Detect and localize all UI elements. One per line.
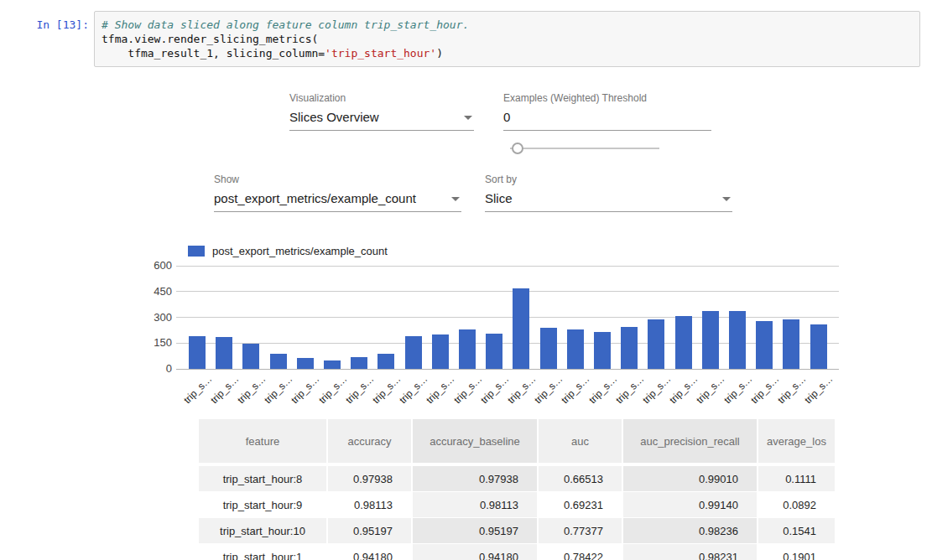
code-line: tfma.view.render_slicing_metrics( (102, 33, 318, 45)
code-comment: # Show data sliced along feature column … (102, 18, 469, 31)
cell-prompt: In [13]: (12, 11, 94, 67)
chevron-down-icon (451, 197, 460, 201)
threshold-input[interactable]: Examples (Weighted) Threshold 0 (503, 92, 711, 131)
feature-cell: trip_start_hour:8 (199, 464, 327, 492)
bar-20[interactable] (729, 311, 746, 369)
show-metric-dropdown[interactable]: Show post_export_metrics/example_count (214, 174, 461, 212)
column-header-auc[interactable]: auc (538, 419, 622, 464)
feature-cell: trip_start_hour:10 (199, 518, 327, 544)
bar-10[interactable] (459, 329, 476, 369)
table-row: trip_start_hour:80.979380.979380.665130.… (199, 464, 835, 492)
bar-8[interactable] (405, 336, 422, 369)
notebook-page: In [13]: # Show data sliced along featur… (0, 0, 932, 560)
y-axis: 0150300450600 (138, 243, 172, 411)
code-line: ) (436, 47, 443, 60)
bar-15[interactable] (594, 332, 611, 369)
metric-cell: 0.69231 (538, 492, 622, 518)
x-axis-label: trip_s… (451, 373, 484, 406)
metric-cell: 0.78422 (538, 544, 622, 560)
metric-cell: 0.99010 (622, 464, 758, 492)
x-axis-label: trip_s… (289, 373, 322, 406)
metrics-table-head-row: featureaccuracyaccuracy_baselineaucauc_p… (199, 419, 835, 464)
bar-23[interactable] (810, 324, 827, 369)
column-header-average_los[interactable]: average_los (758, 419, 835, 464)
x-axis-label: trip_s… (424, 373, 457, 406)
metric-cell: 0.99140 (622, 492, 758, 518)
x-axis-label: trip_s… (208, 373, 241, 406)
x-axis-label: trip_s… (613, 373, 646, 406)
y-axis-label: 450 (138, 285, 172, 298)
code-cell: In [13]: # Show data sliced along featur… (12, 11, 920, 67)
y-axis-label: 300 (138, 311, 172, 324)
visualization-dropdown[interactable]: Visualization Slices Overview (289, 92, 474, 131)
x-axis-label: trip_s… (695, 373, 727, 406)
metric-cell: 0.0892 (758, 492, 835, 518)
bar-7[interactable] (377, 354, 394, 369)
show-value: post_export_metrics/example_count (214, 191, 416, 205)
table-row: trip_start_hour:10.941800.941800.784220.… (199, 544, 835, 560)
bar-2[interactable] (242, 344, 259, 369)
column-header-auc_precision_recall[interactable]: auc_precision_recall (622, 419, 758, 464)
sort-by-value: Slice (485, 191, 513, 205)
bar-19[interactable] (702, 311, 719, 369)
code-line: tfma_result_1, slicing_column= (102, 47, 325, 60)
bar-22[interactable] (783, 319, 799, 369)
bar-13[interactable] (540, 328, 557, 369)
metric-cell: 0.1541 (758, 518, 835, 544)
feature-cell: trip_start_hour:1 (199, 544, 327, 560)
x-axis-label: trip_s… (802, 373, 835, 406)
bar-3[interactable] (270, 354, 287, 369)
slicing-metrics-chart: post_export_metrics/example_count 015030… (138, 243, 877, 411)
show-label: Show (214, 174, 461, 185)
column-header-feature[interactable]: feature (199, 419, 327, 464)
metric-cell: 0.97938 (327, 464, 412, 492)
bar-5[interactable] (324, 360, 341, 369)
visualization-label: Visualization (289, 92, 474, 104)
bar-16[interactable] (621, 327, 638, 369)
x-axis-label: trip_s… (721, 373, 754, 406)
bar-4[interactable] (297, 358, 314, 369)
x-axis-label: trip_s… (560, 373, 592, 406)
bar-18[interactable] (675, 316, 692, 369)
bar-12[interactable] (513, 288, 529, 369)
metric-cell: 0.1901 (758, 544, 835, 560)
slider-thumb-icon[interactable] (512, 143, 523, 154)
metric-cell: 0.95197 (327, 518, 412, 544)
bar-1[interactable] (216, 337, 232, 369)
bar-11[interactable] (486, 334, 502, 369)
column-header-accuracy[interactable]: accuracy (327, 419, 412, 464)
chevron-down-icon (722, 197, 731, 201)
bar-17[interactable] (648, 319, 664, 369)
table-row: trip_start_hour:100.951970.951970.773770… (199, 518, 835, 544)
visualization-value: Slices Overview (289, 110, 379, 124)
code-editor[interactable]: # Show data sliced along feature column … (94, 11, 920, 67)
metric-cell: 0.98113 (412, 492, 538, 518)
bar-14[interactable] (567, 329, 584, 369)
plot-area: trip_s…trip_s…trip_s…trip_s…trip_s…trip_… (176, 266, 839, 369)
metrics-table-body: trip_start_hour:80.979380.979380.665130.… (199, 464, 835, 560)
metric-cell: 0.98231 (622, 544, 758, 560)
gridline (176, 291, 839, 292)
table-row: trip_start_hour:90.981130.981130.692310.… (199, 492, 835, 518)
slider-track[interactable] (510, 148, 659, 149)
x-axis-label: trip_s… (532, 373, 565, 406)
chart-legend: post_export_metrics/example_count (188, 245, 388, 257)
x-axis-label: trip_s… (748, 373, 781, 406)
threshold-slider[interactable] (510, 143, 659, 154)
sort-by-dropdown[interactable]: Sort by Slice (485, 174, 732, 212)
metrics-table: featureaccuracyaccuracy_baselineaucauc_p… (199, 419, 835, 560)
x-axis-label: trip_s… (397, 373, 430, 406)
chevron-down-icon (464, 116, 472, 120)
metric-cell: 0.98113 (327, 492, 412, 518)
y-axis-label: 600 (138, 259, 172, 272)
bar-6[interactable] (351, 357, 367, 369)
bar-0[interactable] (189, 336, 206, 369)
column-header-accuracy_baseline[interactable]: accuracy_baseline (412, 419, 538, 464)
x-axis-label: trip_s… (586, 373, 619, 406)
x-axis-label: trip_s… (667, 373, 700, 406)
feature-cell: trip_start_hour:9 (199, 492, 327, 518)
bar-9[interactable] (432, 334, 449, 369)
metric-cell: 0.94180 (412, 544, 538, 560)
bar-21[interactable] (756, 321, 773, 369)
x-axis-label: trip_s… (775, 373, 808, 406)
